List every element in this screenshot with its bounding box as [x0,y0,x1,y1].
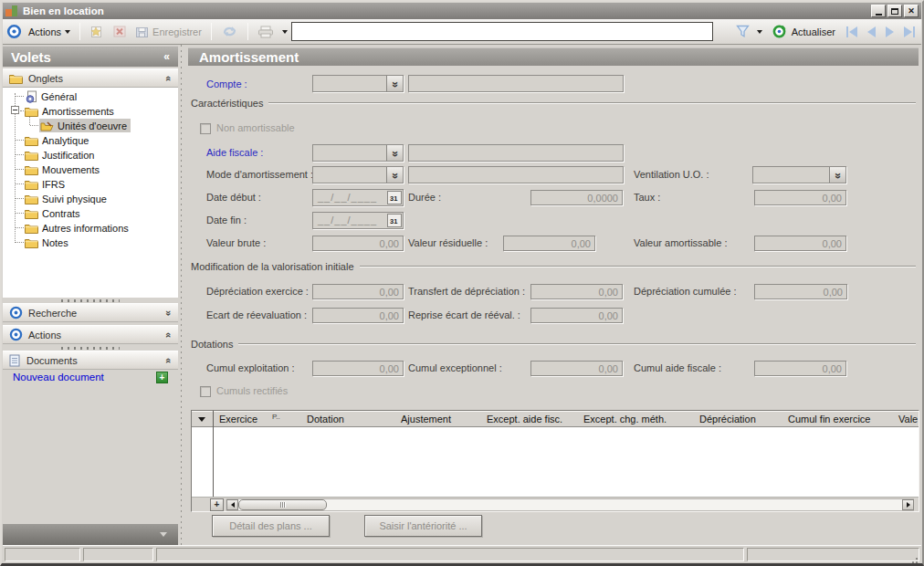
collapse-section-icon[interactable]: « [166,356,172,365]
folder-icon [25,135,38,146]
dotations-caption: Dotations [191,339,916,350]
last-record-button[interactable] [902,26,917,37]
close-button[interactable]: ✕ [904,5,919,17]
tree-item-amortissements[interactable]: Amortissements [24,104,118,118]
tree-item-autres-informations[interactable]: Autres informations [24,221,132,235]
add-document-button[interactable]: + [156,372,168,383]
reprise-ecart-field[interactable]: 0,00 [530,308,623,323]
transfert-depreciation-field[interactable]: 0,00 [530,284,623,299]
column-except-chg-meth[interactable]: Except. chg. méth. [583,414,667,424]
chevron-down-icon[interactable]: » [386,145,403,161]
save-button[interactable]: Enregistrer [132,24,205,40]
cumul-exploitation-field[interactable]: 0,00 [312,361,404,376]
minimize-button[interactable] [871,5,886,17]
collapse-node-icon[interactable] [11,106,19,114]
detail-des-plans-button[interactable]: Détail des plans ... [212,515,330,537]
tree-item-analytique[interactable]: Analytique [24,133,92,147]
column-exercice[interactable]: Exercice [219,414,257,424]
compte-combo[interactable]: » [312,75,404,92]
filter-funnel-icon[interactable] [735,24,751,39]
tree-item-justification[interactable]: Justification [24,148,98,162]
chevron-down-icon[interactable]: » [829,167,845,183]
tree-item-suivi-physique[interactable]: Suivi physique [24,192,110,205]
collapse-sidebar-button[interactable]: « [163,50,170,63]
sidebar-splitter-handle[interactable] [61,347,120,350]
compte-field[interactable] [408,75,624,92]
valeur-residuelle-field[interactable]: 0,00 [503,236,595,251]
mode-amortissement-combo[interactable]: » [312,166,404,183]
scrollbar-thumb[interactable] [238,499,327,510]
column-except-aide-fisc[interactable]: Except. aide fisc. [487,414,562,424]
delete-record-button[interactable] [110,24,129,39]
next-record-button[interactable] [884,26,896,37]
add-row-button[interactable]: + [210,498,224,511]
taux-field[interactable]: 0,00 [754,190,846,205]
first-record-button[interactable] [845,26,859,37]
valeur-amortissable-field[interactable]: 0,00 [754,236,846,251]
ecart-reevaluation-field[interactable]: 0,00 [312,308,404,323]
scroll-left-button[interactable] [226,499,238,510]
folder-icon [25,208,38,219]
column-valeur[interactable]: Vale [898,414,918,424]
previous-record-button[interactable] [866,26,877,37]
search-input[interactable] [291,22,713,41]
chevron-down-icon[interactable]: » [386,76,403,91]
expand-section-icon[interactable]: » [166,309,172,318]
aide-fiscale-field[interactable] [408,144,624,162]
saisir-anteriorite-button[interactable]: Saisir l'antériorité ... [364,515,482,537]
chevron-down-icon[interactable]: » [386,167,403,183]
last-icon [904,26,912,37]
scroll-right-button[interactable] [902,499,914,510]
calendar-button[interactable]: 31 [387,191,402,204]
section-documents[interactable]: Documents « [3,351,178,370]
calendar-button[interactable]: 31 [387,214,402,227]
depreciation-exercice-label: Dépréciation exercice : [206,285,309,299]
refresh-record-button[interactable] [218,23,241,40]
new-record-button[interactable] [87,24,107,40]
duree-field[interactable]: 0,0000 [530,190,623,205]
resize-grip[interactable] [916,558,918,560]
maximize-button[interactable] [887,5,902,17]
ventilation-uo-combo[interactable]: » [752,166,846,183]
tree-item-ifrs[interactable]: IFRS [24,177,68,191]
column-exercice-suffix: P.. [272,413,280,421]
date-fin-field[interactable]: __/__/____ 31 [312,212,404,229]
mode-amortissement-field[interactable] [408,166,624,183]
sidebar-header: Volets « [3,46,178,67]
print-button[interactable] [255,24,277,40]
cumuls-rectifies-checkbox[interactable] [200,386,211,397]
cumul-exceptionnel-field[interactable]: 0,00 [530,361,623,376]
date-debut-field[interactable]: __/__/____ 31 [312,189,404,206]
column-dotation[interactable]: Dotation [307,414,344,424]
filter-options-caret[interactable] [757,30,762,34]
horizontal-scrollbar[interactable] [226,498,914,511]
section-onglets[interactable]: Onglets « [3,68,178,88]
refresh-view-button[interactable]: Actualiser [769,22,838,41]
tree-item-contrats[interactable]: Contrats [24,206,84,220]
aide-fiscale-combo[interactable]: » [312,144,404,162]
collapse-section-icon[interactable]: « [166,74,172,83]
column-ajustement[interactable]: Ajustement [401,414,451,424]
section-recherche[interactable]: Recherche » [3,303,178,322]
vertical-splitter[interactable] [178,45,184,545]
nouveau-document-link[interactable]: Nouveau document [13,372,104,383]
column-cumul-fin-exercice[interactable]: Cumul fin exercice [788,414,870,424]
depreciation-exercice-field[interactable]: 0,00 [312,284,404,299]
tree-item-unites-doeuvre[interactable]: Unités d'oeuvre [39,119,131,132]
tree-item-general[interactable]: Général [24,89,80,103]
column-depreciation[interactable]: Dépréciation [699,414,756,424]
sidebar-splitter-handle[interactable] [61,299,120,302]
non-amortissable-checkbox[interactable] [200,123,211,134]
more-options-caret[interactable] [160,532,167,537]
collapse-section-icon[interactable]: « [166,330,172,340]
close-icon: ✕ [908,7,915,16]
tree-item-notes[interactable]: Notes [24,236,72,249]
depreciation-cumulee-field[interactable]: 0,00 [754,284,847,299]
print-options-caret[interactable] [282,30,288,34]
actions-menu-button[interactable]: Actions [26,25,73,39]
cumul-aide-fiscale-field[interactable]: 0,00 [754,361,846,376]
valeur-brute-field[interactable]: 0,00 [312,236,404,251]
tree-item-mouvements[interactable]: Mouvements [24,162,103,176]
section-actions[interactable]: Actions « [3,325,178,344]
aide-fiscale-label: Aide fiscale : [206,146,263,160]
